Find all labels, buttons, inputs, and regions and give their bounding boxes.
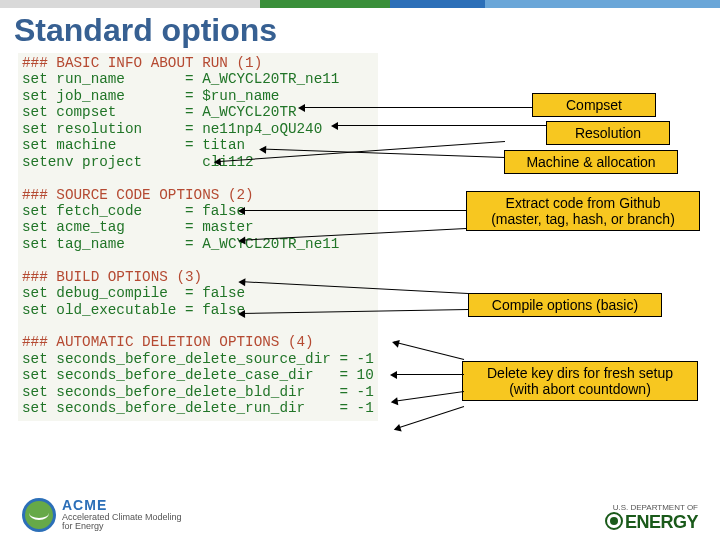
footer: ACME Accelerated Climate Modeling for En… (0, 498, 720, 532)
slide-title: Standard options (14, 12, 720, 49)
arrow-source (240, 210, 466, 211)
arrow-delete-4 (395, 406, 464, 429)
callout-delete: Delete key dirs for fresh setup (with ab… (462, 361, 698, 401)
doe-logo: U.S. DEPARTMENT OF ENERGY (605, 504, 698, 532)
config-script: ### BASIC INFO ABOUT RUN (1) set run_nam… (18, 53, 378, 421)
arrow-compset (300, 107, 532, 108)
callout-resolution: Resolution (546, 121, 670, 145)
callout-source: Extract code from Github (master, tag, h… (466, 191, 700, 231)
content-area: ### BASIC INFO ABOUT RUN (1) set run_nam… (0, 53, 720, 503)
arrow-delete-3 (393, 391, 464, 402)
callout-build: Compile options (basic) (468, 293, 662, 317)
arrow-resolution (333, 125, 547, 126)
acme-logo: ACME Accelerated Climate Modeling for En… (22, 498, 182, 532)
doe-seal-icon (605, 512, 623, 530)
accent-bar (0, 0, 720, 8)
acme-subtitle: Accelerated Climate Modeling for Energy (62, 512, 182, 531)
arrow-delete (394, 342, 464, 360)
arrow-delete-2 (392, 374, 464, 375)
acme-name: ACME (62, 498, 182, 513)
doe-name: ENERGY (625, 512, 698, 532)
callout-compset: Compset (532, 93, 656, 117)
callout-machine: Machine & allocation (504, 150, 678, 174)
doe-top: U.S. DEPARTMENT OF (605, 504, 698, 512)
acme-globe-icon (22, 498, 56, 532)
